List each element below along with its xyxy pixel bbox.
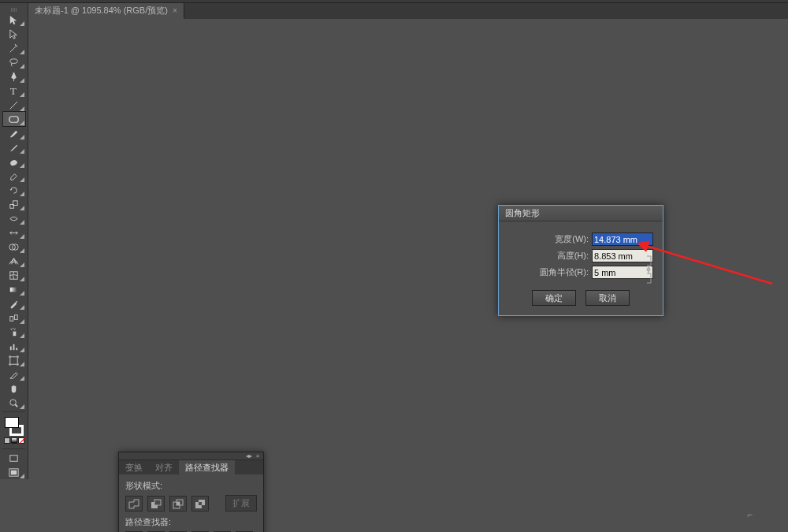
cursor-hint-icon: ⌐ xyxy=(747,509,753,520)
gradient-tool[interactable] xyxy=(3,282,25,296)
color-mode-solid[interactable] xyxy=(4,437,10,444)
scale-tool[interactable] xyxy=(3,197,25,211)
svg-rect-9 xyxy=(10,287,17,292)
magic-wand-tool[interactable] xyxy=(3,41,25,55)
mesh-tool[interactable] xyxy=(3,268,25,282)
svg-rect-10 xyxy=(10,316,13,321)
radius-label: 圆角半径(R): xyxy=(540,266,589,278)
svg-rect-16 xyxy=(10,356,17,363)
column-graph-tool[interactable] xyxy=(3,339,25,353)
rounded-rectangle-dialog: 圆角矩形 宽度(W): 高度(H): 圆角半径(R): 确定 取消 xyxy=(498,205,663,316)
line-segment-tool[interactable] xyxy=(3,98,25,112)
tab-pathfinder[interactable]: 路径查找器 xyxy=(179,460,235,474)
expand-button[interactable]: 扩展 xyxy=(225,495,257,512)
change-screen-mode[interactable] xyxy=(3,465,25,479)
fill-swatch[interactable] xyxy=(5,417,19,428)
panel-header[interactable]: ◂▸ × xyxy=(119,452,263,460)
svg-rect-29 xyxy=(199,502,202,505)
symbol-sprayer-tool[interactable] xyxy=(3,325,25,339)
minus-front-button[interactable] xyxy=(147,496,165,512)
document-tab[interactable]: 未标题-1 @ 1095.84% (RGB/预览) × xyxy=(28,3,184,19)
exclude-button[interactable] xyxy=(191,496,209,512)
direct-selection-tool[interactable] xyxy=(3,27,25,41)
radius-input[interactable] xyxy=(592,266,653,279)
close-icon[interactable]: × xyxy=(173,6,177,15)
pen-tool[interactable] xyxy=(3,69,25,84)
type-tool[interactable]: T xyxy=(3,84,25,98)
svg-point-17 xyxy=(10,399,17,405)
ok-button[interactable]: 确定 xyxy=(532,290,576,306)
svg-rect-19 xyxy=(10,455,17,461)
pathfinders-label: 路径查找器: xyxy=(125,516,257,528)
pencil-tool[interactable] xyxy=(3,140,25,154)
svg-rect-14 xyxy=(13,344,15,350)
panel-close-icon[interactable]: × xyxy=(255,453,261,459)
rounded-rectangle-tool[interactable] xyxy=(3,112,25,126)
constrain-link-icon[interactable] xyxy=(645,255,653,285)
document-tab-bar: 未标题-1 @ 1095.84% (RGB/预览) × xyxy=(28,3,788,19)
svg-rect-26 xyxy=(177,502,180,505)
eraser-tool[interactable] xyxy=(3,169,25,183)
svg-text:T: T xyxy=(10,85,17,97)
color-mode-gradient[interactable] xyxy=(11,437,17,444)
width-input[interactable] xyxy=(592,233,653,246)
svg-line-18 xyxy=(15,404,17,407)
zoom-tool[interactable] xyxy=(3,396,25,410)
pathfinder-panel: ◂▸ × 变换 对齐 路径查找器 形状模式: 扩展 路径查找器: xyxy=(118,452,264,532)
svg-point-0 xyxy=(10,58,17,63)
shape-modes-label: 形状模式: xyxy=(125,480,257,492)
svg-rect-21 xyxy=(11,470,17,474)
height-input[interactable] xyxy=(592,249,653,262)
svg-rect-11 xyxy=(14,314,17,319)
slice-tool[interactable] xyxy=(3,367,25,381)
width-tool[interactable] xyxy=(3,211,25,225)
blob-brush-tool[interactable] xyxy=(3,154,25,169)
paintbrush-tool[interactable] xyxy=(3,126,25,140)
rotate-tool[interactable] xyxy=(3,183,25,197)
blend-tool[interactable] xyxy=(3,311,25,325)
color-mode-none[interactable] xyxy=(18,437,24,444)
tool-panel: T xyxy=(0,3,28,479)
panel-collapse-icon[interactable]: ◂▸ xyxy=(246,453,252,459)
unite-button[interactable] xyxy=(125,496,143,512)
shape-builder-tool[interactable] xyxy=(3,240,25,254)
artboard-tool[interactable] xyxy=(3,353,25,367)
cancel-button[interactable]: 取消 xyxy=(585,290,630,306)
height-label: 高度(H): xyxy=(557,250,589,262)
color-swatches[interactable] xyxy=(0,414,28,447)
tab-transform[interactable]: 变换 xyxy=(119,460,149,474)
selection-tool[interactable] xyxy=(3,13,25,27)
free-transform-tool[interactable] xyxy=(3,225,25,240)
svg-rect-13 xyxy=(10,346,12,350)
width-label: 宽度(W): xyxy=(555,233,589,245)
perspective-grid-tool[interactable] xyxy=(3,254,25,268)
svg-rect-3 xyxy=(9,116,18,122)
lasso-tool[interactable] xyxy=(3,55,25,69)
tab-align[interactable]: 对齐 xyxy=(149,460,179,474)
svg-line-2 xyxy=(10,101,17,108)
document-tab-title: 未标题-1 @ 1095.84% (RGB/预览) xyxy=(35,5,168,17)
hand-tool[interactable] xyxy=(3,381,25,396)
dialog-title[interactable]: 圆角矩形 xyxy=(499,206,663,221)
eyedropper-tool[interactable] xyxy=(3,296,25,311)
panel-drag-handle[interactable] xyxy=(0,6,28,13)
screen-mode-tool[interactable] xyxy=(3,451,25,465)
svg-rect-23 xyxy=(154,500,161,505)
intersect-button[interactable] xyxy=(169,496,187,512)
panel-tabs: 变换 对齐 路径查找器 xyxy=(119,460,263,474)
svg-rect-12 xyxy=(13,331,17,336)
svg-rect-15 xyxy=(16,348,17,350)
